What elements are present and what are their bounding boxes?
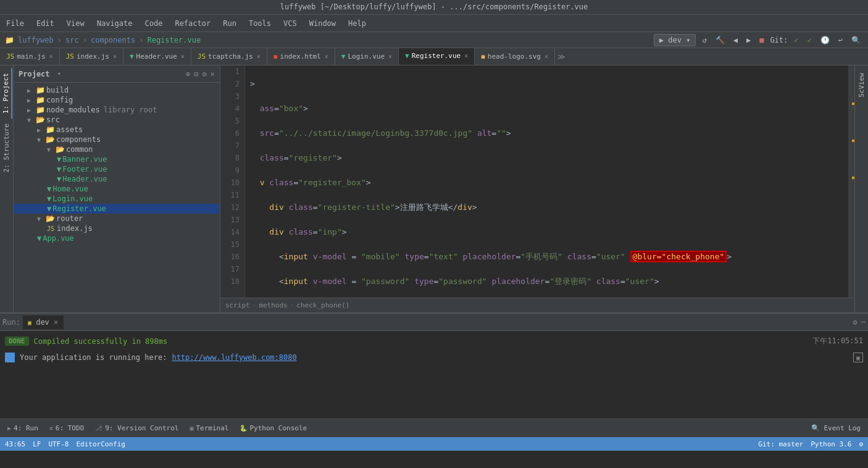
- menu-refactor[interactable]: Refactor: [171, 18, 214, 29]
- build-btn[interactable]: 🔨: [713, 35, 727, 46]
- refresh-btn[interactable]: ↺: [699, 35, 709, 46]
- ln-12: 12: [225, 201, 240, 214]
- git-check[interactable]: ✓: [791, 35, 801, 46]
- run-indicator-blue: [5, 353, 15, 362]
- tab-index-html[interactable]: ◼ index.html ×: [267, 48, 335, 65]
- tree-item-config[interactable]: ▶ 📁 config: [14, 95, 220, 105]
- tree-item-banner[interactable]: ▼ Banner.vue: [14, 154, 220, 164]
- tabbar: JS main.js × JS index.js × ▼ Header.vue …: [0, 48, 868, 65]
- right-tab-scview[interactable]: ScView: [856, 68, 867, 102]
- status-tab-run[interactable]: ▶ 4: Run: [2, 422, 43, 435]
- tree-item-components[interactable]: ▼ 📂 components: [14, 135, 220, 144]
- git-check2[interactable]: ✓: [805, 35, 814, 46]
- tab-index-js[interactable]: JS index.js ×: [60, 48, 123, 65]
- code-line-5: v class="register_box">: [250, 177, 843, 189]
- tab-close-svg[interactable]: ×: [545, 53, 548, 60]
- settings-icon-status[interactable]: ⚙: [859, 440, 863, 448]
- status-tab-vcs-label: 9: Version Control: [105, 424, 178, 432]
- menu-edit[interactable]: Edit: [33, 18, 58, 29]
- tree-item-common[interactable]: ▼ 📂 common: [14, 144, 220, 154]
- fwd-btn[interactable]: ▶: [744, 35, 753, 46]
- status-position: 43:65: [5, 440, 25, 448]
- tab-tcaptcha[interactable]: JS tcaptcha.js ×: [191, 48, 267, 65]
- status-tab-todo[interactable]: ≡ 6: TODO: [44, 422, 89, 435]
- menu-run[interactable]: Run: [219, 18, 240, 29]
- breadcrumb-components[interactable]: components: [91, 36, 135, 44]
- tab-head-logo-svg[interactable]: ◼ head-logo.svg ×: [475, 48, 555, 65]
- status-tab-python-console[interactable]: 🐍 Python Console: [235, 422, 312, 435]
- tab-close-main-js[interactable]: ×: [49, 53, 53, 60]
- sidebar-gear-btn[interactable]: ⚙: [202, 70, 207, 78]
- git-undo[interactable]: ↩: [836, 35, 845, 46]
- menu-navigate[interactable]: Navigate: [93, 18, 136, 29]
- left-tab-structure[interactable]: 2: Structure: [1, 119, 12, 177]
- bottom-tab-dev-close[interactable]: ×: [54, 318, 58, 327]
- minimize-icon[interactable]: ─: [861, 318, 866, 327]
- more-tabs-btn[interactable]: ≫: [557, 52, 565, 61]
- tree-item-header[interactable]: ▼ Header.vue: [14, 174, 220, 184]
- code-area[interactable]: 1 2 3 4 5 6 7 8 9 10 11 12 13 14 15 16 1…: [220, 65, 854, 298]
- menu-file[interactable]: File: [2, 18, 28, 29]
- menu-window[interactable]: Window: [306, 18, 340, 29]
- left-tab-project[interactable]: 1: Project: [1, 68, 12, 119]
- tab-close-login[interactable]: ×: [388, 53, 392, 60]
- gutter-mark-1: [852, 102, 854, 105]
- tab-register-vue[interactable]: ▼ Register.vue ×: [399, 48, 475, 65]
- tab-close-index-html[interactable]: ×: [325, 53, 328, 60]
- stop-btn[interactable]: ■: [757, 35, 766, 46]
- menu-view[interactable]: View: [63, 18, 88, 29]
- menu-tools[interactable]: Tools: [245, 18, 275, 29]
- status-tab-terminal[interactable]: ▣ Terminal: [185, 422, 233, 435]
- menu-help[interactable]: Help: [344, 18, 370, 29]
- search-btn[interactable]: 🔍: [849, 35, 863, 46]
- ed-bc-script: script: [225, 301, 250, 309]
- tree-item-app[interactable]: ▼ App.vue: [14, 233, 220, 243]
- tree-item-src[interactable]: ▼ 📂 src: [14, 115, 220, 125]
- code-line-6: div class="register-title">注册路飞学城</div>: [250, 201, 843, 214]
- menu-code[interactable]: Code: [141, 18, 167, 29]
- tree-item-login[interactable]: ▼ Login.vue: [14, 194, 220, 204]
- tab-close-tcaptcha[interactable]: ×: [257, 53, 261, 60]
- status-tab-vcs[interactable]: ⎇ 9: Version Control: [90, 422, 183, 435]
- dev-dropdown[interactable]: ▶ dev ▾: [654, 34, 696, 46]
- settings-icon[interactable]: ⚙: [853, 318, 858, 327]
- back-btn[interactable]: ◀: [731, 35, 740, 46]
- breadcrumb-file[interactable]: Register.vue: [147, 36, 201, 44]
- sidebar-add-btn[interactable]: ⊕: [186, 70, 190, 78]
- tab-close-header[interactable]: ×: [181, 53, 185, 60]
- code-line-7: div class="inp">: [250, 226, 843, 238]
- gutter-mark-2: [852, 140, 854, 142]
- tab-close-index-js[interactable]: ×: [113, 53, 117, 60]
- tab-header-vue[interactable]: ▼ Header.vue ×: [123, 48, 191, 65]
- tree-item-assets[interactable]: ▶ 📁 assets: [14, 125, 220, 135]
- statusbar-right: Git: master Python 3.6 ⚙: [758, 440, 863, 448]
- tab-login-vue[interactable]: ▼ Login.vue ×: [335, 48, 399, 65]
- tab-close-register[interactable]: ×: [464, 52, 468, 59]
- sidebar-close-btn[interactable]: ×: [211, 70, 215, 78]
- tree-item-router-index[interactable]: JS index.js: [14, 224, 220, 233]
- tree-item-build[interactable]: ▶ 📁 build: [14, 85, 220, 95]
- tree-label-home: Home.vue: [52, 185, 88, 193]
- editor-breadcrumb: script › methods › check_phone(): [220, 298, 854, 312]
- tree-item-node-modules[interactable]: ▶ 📁 node_modules library root: [14, 105, 220, 115]
- tree-item-home[interactable]: ▼ Home.vue: [14, 184, 220, 194]
- search-icon-small: 🔍: [811, 424, 820, 432]
- breadcrumb-src[interactable]: src: [65, 36, 79, 44]
- vcs-icon: ⎇: [95, 425, 102, 432]
- vue-icon3: ▼: [405, 52, 409, 60]
- sidebar-collapse-btn[interactable]: ⊟: [194, 70, 198, 78]
- tree-item-footer[interactable]: ▼ Footer.vue: [14, 164, 220, 174]
- breadcrumb-project[interactable]: luffyweb: [18, 36, 54, 44]
- code-content[interactable]: > ass="box"> src="../../static/image/Log…: [245, 65, 848, 298]
- breadcrumb-sep2: ›: [83, 36, 87, 44]
- bottom-tab-dev[interactable]: ▣ dev ×: [23, 315, 64, 329]
- tab-main-js[interactable]: JS main.js ×: [0, 48, 60, 65]
- git-clock[interactable]: 🕐: [818, 35, 832, 46]
- run-link[interactable]: http://www.luffyweb.com:8080: [172, 353, 296, 362]
- tree-item-router[interactable]: ▼ 📂 router: [14, 214, 220, 224]
- ln-14: 14: [225, 226, 240, 238]
- event-log[interactable]: 🔍 Event Log: [806, 422, 866, 435]
- sidebar-dropdown[interactable]: ▾: [57, 70, 62, 78]
- tree-item-register[interactable]: ▼ Register.vue: [14, 204, 220, 214]
- menu-vcs[interactable]: VCS: [280, 18, 301, 29]
